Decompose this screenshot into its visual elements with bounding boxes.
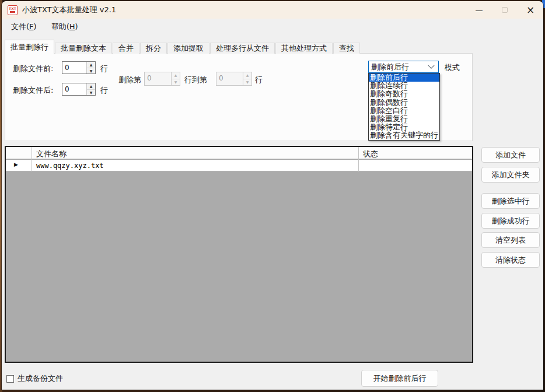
app-icon-bar bbox=[10, 11, 15, 13]
delete-successful-rows-button[interactable]: 删除成功行 bbox=[481, 213, 540, 229]
dropdown-option-front-back[interactable]: 删除前后行 bbox=[369, 74, 439, 82]
tab-content-panel: 删除文件前: 0 ▲ ▼ 行 删除文件后: 0 ▲ ▼ 行 删除第 0 ▲ ▼ bbox=[5, 53, 473, 141]
spin-down-icon[interactable]: ▼ bbox=[87, 68, 95, 74]
row-marker-icon: ▶ bbox=[14, 162, 18, 167]
app-icon-text: TXT bbox=[9, 7, 16, 10]
backup-checkbox-label: 生成备份文件 bbox=[18, 373, 63, 384]
dropdown-option-keyword[interactable]: 删除含有关键字的行 bbox=[369, 131, 439, 139]
chevron-down-icon bbox=[428, 62, 434, 68]
title-bar[interactable]: TXT 小波TXT文本批量处理 v2.1 — × bbox=[2, 1, 543, 19]
menu-help-key: H bbox=[69, 22, 75, 31]
unit-label: 行 bbox=[100, 64, 108, 74]
mode-combobox[interactable]: 删除前后行 bbox=[368, 61, 439, 73]
minimize-icon: — bbox=[476, 6, 483, 15]
menu-file-pre: 文件( bbox=[11, 22, 29, 31]
backup-checkbox-group: 生成备份文件 bbox=[6, 373, 63, 384]
range-from-label: 删除第 bbox=[118, 75, 141, 85]
delete-before-label: 删除文件前: bbox=[13, 64, 53, 74]
spin-up-icon: ▲ bbox=[243, 72, 251, 79]
spin-up-icon[interactable]: ▲ bbox=[87, 83, 95, 90]
close-icon: × bbox=[526, 4, 534, 16]
tab-batch-delete-lines[interactable]: 批量删除行 bbox=[5, 40, 54, 54]
delete-after-value: 0 bbox=[62, 83, 86, 95]
spinner-arrows: ▲ ▼ bbox=[171, 72, 180, 85]
unit-label: 行 bbox=[100, 85, 108, 96]
grid-divider bbox=[32, 147, 32, 172]
range-to-value: 0 bbox=[216, 72, 243, 85]
mode-label: 模式 bbox=[445, 62, 460, 73]
mode-dropdown-list: 删除前后行 删除连续行 删除奇数行 删除偶数行 删除空白行 删除重复行 删除特定… bbox=[368, 73, 440, 141]
delete-after-label: 删除文件后: bbox=[13, 85, 53, 96]
menu-bar: 文件(F) 帮助(H) bbox=[2, 19, 543, 34]
add-folder-button[interactable]: 添加文件夹 bbox=[481, 167, 540, 183]
grid-divider bbox=[358, 147, 359, 172]
minimize-button[interactable]: — bbox=[466, 1, 492, 19]
window-title: 小波TXT文本批量处理 v2.1 bbox=[22, 5, 116, 15]
mode-selected-value: 删除前后行 bbox=[369, 62, 429, 72]
dropdown-option-consecutive[interactable]: 删除连续行 bbox=[369, 82, 439, 90]
menu-help-post: ) bbox=[75, 22, 78, 31]
tab-add-extract[interactable]: 添加提取 bbox=[167, 43, 209, 54]
unit-label: 行 bbox=[255, 75, 263, 85]
dropdown-option-odd[interactable]: 删除奇数行 bbox=[369, 90, 439, 98]
app-icon: TXT bbox=[8, 5, 18, 15]
range-from-spinner: 0 ▲ ▼ bbox=[144, 72, 180, 86]
column-header-status[interactable]: 状态 bbox=[363, 149, 378, 159]
tab-multiline-from-file[interactable]: 处理多行从文件 bbox=[210, 43, 275, 54]
menu-file-key: F bbox=[29, 22, 33, 31]
dropdown-option-blank[interactable]: 删除空白行 bbox=[369, 107, 439, 115]
file-table[interactable]: 文件名称 状态 ▶ www.qqzy.xyz.txt bbox=[5, 146, 473, 363]
tab-split[interactable]: 拆分 bbox=[140, 43, 167, 54]
table-header-row: 文件名称 状态 bbox=[6, 147, 472, 159]
spin-up-icon: ▲ bbox=[172, 72, 180, 79]
delete-before-value: 0 bbox=[62, 62, 86, 74]
tab-merge[interactable]: 合并 bbox=[113, 43, 139, 54]
tab-batch-delete-text[interactable]: 批量删除文本 bbox=[55, 43, 112, 54]
tab-other-methods[interactable]: 其他处理方式 bbox=[275, 43, 333, 54]
window-controls: — × bbox=[466, 1, 543, 19]
spinner-arrows: ▲ ▼ bbox=[86, 62, 95, 74]
spin-up-icon[interactable]: ▲ bbox=[87, 62, 95, 68]
close-button[interactable]: × bbox=[518, 1, 543, 19]
column-header-filename[interactable]: 文件名称 bbox=[36, 149, 67, 159]
delete-selected-rows-button[interactable]: 删除选中行 bbox=[481, 193, 540, 209]
spinner-arrows: ▲ ▼ bbox=[243, 72, 251, 85]
spin-down-icon: ▼ bbox=[243, 79, 251, 86]
clear-status-button[interactable]: 清除状态 bbox=[481, 252, 540, 268]
maximize-button[interactable] bbox=[492, 1, 518, 19]
dropdown-option-duplicate[interactable]: 删除重复行 bbox=[369, 115, 439, 123]
menu-help-pre: 帮助( bbox=[51, 22, 69, 31]
spinner-arrows: ▲ ▼ bbox=[86, 83, 95, 95]
backup-checkbox[interactable] bbox=[6, 375, 14, 383]
dropdown-option-even[interactable]: 删除偶数行 bbox=[369, 99, 439, 107]
dropdown-option-specific[interactable]: 删除特定行 bbox=[369, 123, 439, 131]
delete-after-spinner[interactable]: 0 ▲ ▼ bbox=[62, 83, 96, 96]
start-delete-button[interactable]: 开始删除前后行 bbox=[361, 370, 438, 387]
maximize-icon bbox=[502, 7, 508, 13]
cell-filename[interactable]: www.qqzy.xyz.txt bbox=[36, 162, 104, 170]
menu-file[interactable]: 文件(F) bbox=[9, 20, 39, 34]
tab-strip: 批量删除行 批量删除文本 合并 拆分 添加提取 处理多行从文件 其他处理方式 查… bbox=[5, 40, 361, 54]
range-from-value: 0 bbox=[145, 72, 171, 85]
spin-down-icon[interactable]: ▼ bbox=[87, 90, 95, 96]
menu-file-post: ) bbox=[34, 22, 37, 31]
add-file-button[interactable]: 添加文件 bbox=[481, 147, 540, 163]
tab-find[interactable]: 查找 bbox=[333, 43, 360, 54]
clear-list-button[interactable]: 清空列表 bbox=[481, 232, 540, 248]
app-window: TXT 小波TXT文本批量处理 v2.1 — × 文件(F) 帮助(H) 批量删… bbox=[2, 1, 543, 390]
spin-down-icon: ▼ bbox=[172, 79, 180, 86]
menu-help[interactable]: 帮助(H) bbox=[49, 20, 81, 34]
delete-before-spinner[interactable]: 0 ▲ ▼ bbox=[62, 61, 96, 74]
range-to-label: 行到第 bbox=[184, 75, 207, 85]
range-to-spinner: 0 ▲ ▼ bbox=[216, 72, 252, 86]
